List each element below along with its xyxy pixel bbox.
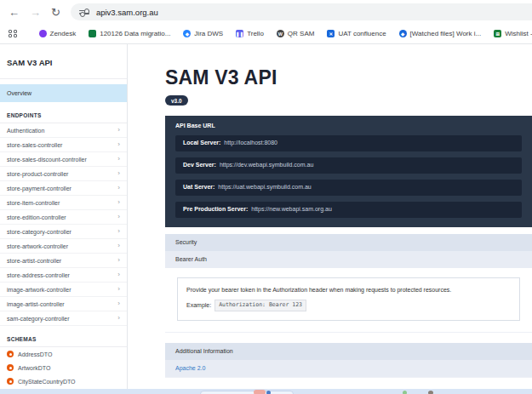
bearer-auth-row[interactable]: Bearer Auth [165,251,532,268]
chevron-right-icon: › [117,141,120,148]
chevron-right-icon: › [117,185,120,191]
bookmarks-bar: Zendesk 120126 Data migratio... ◆ Jira D… [0,24,532,44]
chevron-right-icon: › [117,271,120,278]
confluence-icon: ✕ [327,30,335,37]
sidebar-item-sam-category-controller[interactable]: sam-category-controller› [0,311,127,326]
sidebar-schema-citystatecountrydto[interactable]: CityStateCountryDTO [0,374,127,388]
sidebar-schema-artworkdto[interactable]: ArtworkDTO [0,361,127,374]
sidebar-item-store-artwork-controller[interactable]: store-artwork-controller› [0,239,127,254]
bookmark-trello[interactable]: ❚❚ Trello [236,30,264,37]
chevron-right-icon: › [117,257,120,264]
sidebar-item-store-edition-controller[interactable]: store-edition-controller› [0,210,127,225]
apache-license-link[interactable]: Apache 2.0 [175,365,205,371]
site-settings-icon[interactable] [79,10,89,14]
sheets-icon: ⊞ [494,30,501,37]
security-section: Security Bearer Auth Provide your bearer… [165,234,532,333]
server-row-uat: Uat Server:https://uat.webapi.symbuild.c… [175,180,522,196]
bookmark-wishlist[interactable]: ⊞ Wishlist - Google She. [494,30,532,37]
schema-icon [7,378,14,385]
bearer-example: Example: Authorization: Bearer 123 [186,300,511,311]
api-base-url-header: API Base URL [165,116,532,135]
security-body: Provide your bearer token in the Authori… [165,268,532,332]
zendesk-icon [39,30,47,37]
additional-info-section: Additional Information Apache 2.0 [165,343,532,378]
bearer-description: Provide your bearer token in the Authori… [186,286,511,294]
excel-icon [89,30,96,37]
apps-grid-icon[interactable] [9,30,17,38]
sidebar-schemas-header: SCHEMAS [0,326,127,347]
sidebar-item-store-product-controller[interactable]: store-product-controller› [0,167,127,181]
address-bar[interactable]: apiv3.sam.org.au [71,3,532,20]
chevron-right-icon: › [117,286,120,293]
page-content: SAM V3 API Overview ENDPOINTS Authentica… [0,44,532,389]
server-row-dev: Dev Server:https://dev.webapi.symbuild.c… [175,157,522,174]
url-text[interactable]: apiv3.sam.org.au [96,8,158,17]
trello-icon: ❚❚ [236,30,243,37]
chevron-right-icon: › [117,156,120,163]
schema-icon [7,364,14,371]
schema-icon [7,351,14,357]
bookmark-jira-dws[interactable]: ◆ Jira DWS [183,30,223,37]
forward-button[interactable]: → [30,7,41,18]
sidebar-item-store-sales-controller[interactable]: store-sales-controller› [0,138,127,152]
bookmark-data-migration[interactable]: 120126 Data migratio... [89,30,170,37]
sidebar-item-store-item-controller[interactable]: store-item-controller› [0,196,127,210]
sidebar-title: SAM V3 API [0,44,127,79]
server-row-local: Local Server:http://localhost:8080 [175,135,522,151]
taskbar-icon-edge [254,390,266,394]
server-row-preprod: Pre Production Server:https://new.webapi… [175,202,522,218]
jira-work-icon: ◆ [399,30,407,37]
bearer-note: Provide your bearer token in the Authori… [177,277,520,321]
additional-info-header: Additional Information [165,343,532,360]
page-title: SAM V3 API [165,66,532,89]
taskbar-icon-edge [403,391,407,394]
sidebar-item-overview[interactable]: Overview [0,84,127,102]
sidebar-schema-addressdto[interactable]: AddressDTO [0,347,127,361]
version-badge: v3.0 [165,95,188,106]
sidebar-item-image-artist-controller[interactable]: image-artist-controller› [0,297,127,311]
main-content: SAM V3 API v3.0 API Base URL Local Serve… [128,44,532,389]
jira-icon: ◆ [183,30,191,37]
browser-toolbar: ← → ↻ apiv3.sam.org.au [0,0,532,24]
windows-taskbar-edge[interactable] [0,389,532,394]
sidebar-item-authentication[interactable]: Authentication› [0,123,127,138]
example-label: Example: [186,301,211,309]
sidebar-item-store-payment-controller[interactable]: store-payment-controller› [0,181,127,196]
sidebar: SAM V3 API Overview ENDPOINTS Authentica… [0,44,128,389]
sidebar-item-store-artist-controller[interactable]: store-artist-controller› [0,254,127,268]
chevron-right-icon: › [117,243,120,249]
chevron-right-icon: › [117,214,120,220]
sidebar-item-image-artwork-controller[interactable]: image-artwork-controller› [0,283,127,297]
bookmark-watched-files[interactable]: ◆ [Watched files] Work i... [399,30,482,37]
wordpress-icon: W [277,30,284,37]
chevron-right-icon: › [117,300,120,307]
chevron-right-icon: › [117,170,120,177]
api-base-url-panel: API Base URL Local Server:http://localho… [165,116,532,227]
chevron-right-icon: › [117,127,120,134]
taskbar-search-edge[interactable] [200,391,294,394]
reload-button[interactable]: ↻ [51,7,60,18]
security-header: Security [165,234,532,251]
bookmark-qr-sam[interactable]: W QR SAM [277,30,315,37]
taskbar-icon-edge [428,391,433,394]
sidebar-item-store-category-controller[interactable]: store-category-controller› [0,225,127,239]
back-button[interactable]: ← [9,7,20,18]
sidebar-item-store-sales-discount-controller[interactable]: store-sales-discount-controller› [0,152,127,167]
sidebar-item-store-address-controller[interactable]: store-address-controller› [0,268,127,283]
chevron-right-icon: › [117,315,120,322]
bookmark-uat-confluence[interactable]: ✕ UAT confluence [327,30,386,37]
chevron-right-icon: › [117,199,120,206]
taskbar-icon-edge [266,391,271,394]
example-code: Authorization: Bearer 123 [215,300,306,311]
chevron-right-icon: › [117,228,120,235]
sidebar-endpoints-header: ENDPOINTS [0,102,127,123]
bookmark-zendesk[interactable]: Zendesk [39,30,77,37]
